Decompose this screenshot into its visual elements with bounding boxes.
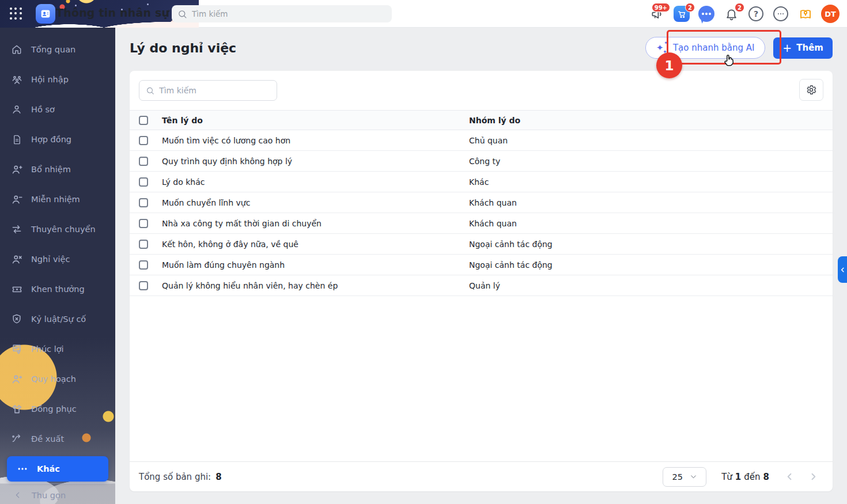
sidebar-item-user-x[interactable]: Nghỉ việc <box>0 244 115 274</box>
page-header: Lý do nghỉ việc ✦✦✦ Tạo nhanh bằng AI + … <box>115 28 847 68</box>
table-row[interactable]: Kết hôn, không ở đây nữa, về quêNgoại cả… <box>130 234 833 255</box>
ellipsis-icon <box>16 463 29 475</box>
swap-icon <box>10 223 23 236</box>
sidebar-item-label: Bổ nhiệm <box>31 165 71 174</box>
sidebar-item-label: Hợp đồng <box>31 135 71 144</box>
sidebar-item-label: Đồng phục <box>31 404 77 414</box>
side-panel-toggle[interactable] <box>838 256 847 283</box>
row-checkbox[interactable] <box>139 136 148 145</box>
sidebar-item-file[interactable]: Hợp đồng <box>0 124 115 154</box>
table-row[interactable]: Quy trình quy định không hợp lýCông ty <box>130 151 833 172</box>
sidebar-item-label: Tổng quan <box>31 45 75 54</box>
row-checkbox[interactable] <box>139 177 148 187</box>
table-toolbar <box>130 71 833 110</box>
apps-grid-icon[interactable] <box>10 7 22 20</box>
cart-icon[interactable]: 2 <box>672 4 691 24</box>
chevron-down-icon <box>690 473 697 480</box>
row-checkbox[interactable] <box>139 240 148 249</box>
main-content: Lý do nghỉ việc ✦✦✦ Tạo nhanh bằng AI + … <box>115 28 847 504</box>
sidebar: Tổng quanHội nhậpHồ sơHợp đồngBổ nhiệmMi… <box>0 28 115 504</box>
handbook-icon[interactable] <box>796 4 815 24</box>
annotation-step-number: 1 <box>656 52 682 78</box>
reason-group-cell: Ngoại cảnh tác động <box>455 240 833 249</box>
chat-icon[interactable] <box>697 4 716 24</box>
table-row[interactable]: Muốn làm đúng chuyên ngànhNgoại cảnh tác… <box>130 255 833 275</box>
megaphone-icon[interactable]: 99+ <box>647 4 667 24</box>
next-page-button[interactable] <box>808 471 819 482</box>
more-icon[interactable] <box>771 4 791 24</box>
sidebar-item-label: Nghỉ việc <box>31 255 70 264</box>
route-icon <box>10 433 23 445</box>
row-checkbox[interactable] <box>139 198 148 207</box>
reason-group-cell: Khách quan <box>455 219 833 228</box>
sidebar-item-group[interactable]: Hội nhập <box>0 65 115 94</box>
table-settings-button[interactable] <box>799 79 823 101</box>
row-checkbox[interactable] <box>139 219 148 228</box>
sidebar-item-user[interactable]: Hồ sơ <box>0 94 115 124</box>
chevron-left-icon <box>14 491 22 499</box>
reason-group-cell: Chủ quan <box>455 136 833 145</box>
sidebar-item-label: Khen thưởng <box>31 285 85 294</box>
tshirt-icon <box>10 403 23 415</box>
sidebar-item-user-arrows[interactable]: Quy hoạch <box>0 364 115 394</box>
reason-name-cell: Lý do khác <box>148 177 455 187</box>
column-header-name[interactable]: Tên lý do <box>148 116 455 125</box>
sidebar-item-swap[interactable]: Thuyên chuyển <box>0 214 115 244</box>
sidebar-collapse-button[interactable]: Thu gọn <box>0 483 115 504</box>
shield-x-icon <box>10 313 23 325</box>
row-checkbox[interactable] <box>139 281 148 290</box>
select-all-checkbox[interactable] <box>139 116 148 125</box>
table-search[interactable] <box>139 80 277 101</box>
row-checkbox[interactable] <box>139 260 148 270</box>
table-row[interactable]: Quản lý không hiểu nhân viên, hay chèn é… <box>130 275 833 296</box>
sidebar-item-label: Hồ sơ <box>31 105 55 114</box>
table-row[interactable]: Muốn tìm việc có lương cao hơnChủ quan <box>130 130 833 151</box>
reason-name-cell: Kết hôn, không ở đây nữa, về quê <box>148 240 455 249</box>
topbar: Thông tin nhân sự 99+ 2 2 ? DT <box>0 0 847 28</box>
global-search[interactable] <box>172 5 392 22</box>
column-header-group[interactable]: Nhóm lý do <box>455 116 833 125</box>
user-arrows-icon <box>10 373 23 385</box>
prev-page-button[interactable] <box>784 471 795 482</box>
sidebar-item-doc-award[interactable]: Phúc lợi <box>0 334 115 364</box>
reason-group-cell: Công ty <box>455 157 833 166</box>
sidebar-item-ticket-star[interactable]: Khen thưởng <box>0 274 115 304</box>
reason-name-cell: Nhà xa công ty mất thời gian di chuyển <box>148 219 455 228</box>
table-row[interactable]: Muốn chuyển lĩnh vựcKhách quan <box>130 192 833 213</box>
sidebar-item-ellipsis[interactable]: Khác <box>7 456 108 482</box>
collapse-label: Thu gọn <box>32 491 66 500</box>
app-logo-icon[interactable] <box>36 4 55 24</box>
table-search-input[interactable] <box>159 86 270 95</box>
doc-award-icon <box>10 343 23 355</box>
user-plus-icon <box>10 163 23 176</box>
bell-icon[interactable]: 2 <box>721 4 741 24</box>
sidebar-item-label: Khác <box>37 464 60 473</box>
sidebar-item-shield-x[interactable]: Kỷ luật/Sự cố <box>0 304 115 334</box>
table-card: Tên lý do Nhóm lý do Muốn tìm việc có lư… <box>130 71 833 491</box>
sidebar-item-label: Quy hoạch <box>31 374 76 384</box>
reason-name-cell: Muốn chuyển lĩnh vực <box>148 198 455 207</box>
add-button[interactable]: + Thêm <box>773 37 833 59</box>
sidebar-item-route[interactable]: Đề xuất <box>0 424 115 454</box>
table-row[interactable]: Lý do khácKhác <box>130 172 833 192</box>
reason-group-cell: Ngoại cảnh tác động <box>455 260 833 270</box>
home-icon <box>10 43 23 56</box>
sidebar-item-tshirt[interactable]: Đồng phục <box>0 394 115 424</box>
reason-group-cell: Quản lý <box>455 281 833 290</box>
reason-name-cell: Muốn tìm việc có lương cao hơn <box>148 136 455 145</box>
sidebar-item-label: Hội nhập <box>31 75 69 84</box>
cart-badge: 2 <box>685 3 695 12</box>
sidebar-item-label: Đề xuất <box>31 434 64 444</box>
reason-name-cell: Quản lý không hiểu nhân viên, hay chèn é… <box>148 281 455 290</box>
avatar[interactable]: DT <box>820 4 840 24</box>
global-search-input[interactable] <box>192 9 386 18</box>
sidebar-item-user-minus[interactable]: Miễn nhiệm <box>0 184 115 214</box>
sidebar-item-label: Thuyên chuyển <box>31 225 96 234</box>
sidebar-item-user-plus[interactable]: Bổ nhiệm <box>0 154 115 184</box>
table-row[interactable]: Nhà xa công ty mất thời gian di chuyểnKh… <box>130 213 833 234</box>
sidebar-item-label: Phúc lợi <box>31 344 64 354</box>
row-checkbox[interactable] <box>139 157 148 166</box>
page-size-select[interactable]: 25 <box>663 467 706 487</box>
sidebar-item-home[interactable]: Tổng quan <box>0 35 115 65</box>
help-icon[interactable]: ? <box>746 4 766 24</box>
